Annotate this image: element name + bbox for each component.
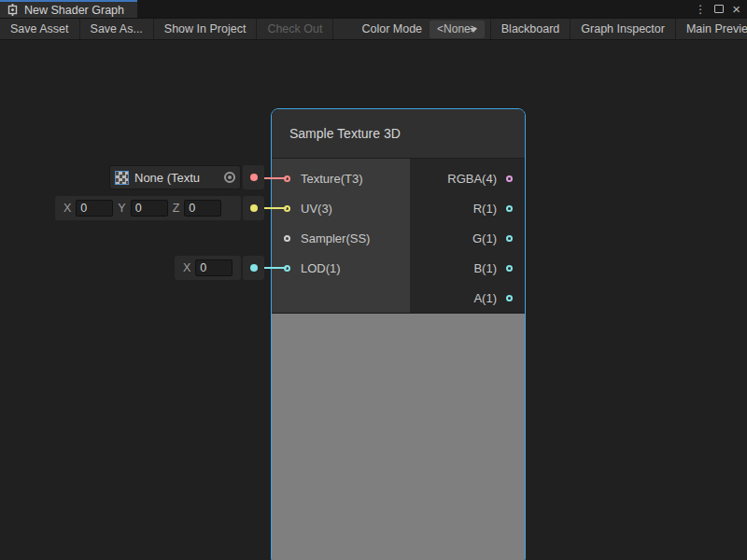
save-as-button[interactable]: Save As... bbox=[80, 19, 154, 39]
output-port-label: R(1) bbox=[473, 202, 497, 216]
lod-field: X bbox=[175, 256, 241, 280]
check-out-button: Check Out bbox=[257, 19, 333, 39]
output-port-r[interactable] bbox=[506, 205, 513, 212]
input-row-lod: LOD(1) bbox=[272, 253, 410, 283]
graph-inspector-toggle-button[interactable]: Graph Inspector bbox=[570, 19, 675, 39]
output-port-label: A(1) bbox=[473, 291, 497, 305]
input-ports-column: Texture(T3) UV(3) Sampler(SS) LOD(1) bbox=[272, 159, 410, 313]
node-title: Sample Texture 3D bbox=[289, 126, 401, 141]
output-port-label: G(1) bbox=[472, 231, 497, 245]
main-preview-toggle-button[interactable]: Main Preview bbox=[675, 19, 747, 39]
x-axis-label: X bbox=[183, 261, 190, 274]
color-mode-label: Color Mode bbox=[333, 19, 430, 39]
texture-checker-icon bbox=[115, 171, 129, 185]
output-port-label: RGBA(4) bbox=[447, 172, 497, 186]
chevron-down-icon bbox=[470, 28, 477, 33]
window-maximize-icon[interactable] bbox=[714, 5, 724, 13]
texture-object-value: None (Textu bbox=[134, 171, 224, 185]
tab-title: New Shader Graph bbox=[24, 4, 124, 17]
node-title-bar[interactable]: Sample Texture 3D bbox=[272, 109, 525, 159]
input-row-uv: UV(3) bbox=[272, 193, 410, 223]
texture-object-field[interactable]: None (Textu bbox=[109, 165, 241, 189]
graph-canvas[interactable]: Sample Texture 3D Texture(T3) UV(3) Samp… bbox=[0, 40, 747, 560]
output-row-g: G(1) bbox=[410, 223, 525, 253]
input-port-label: LOD(1) bbox=[301, 261, 341, 275]
window-menu-icon[interactable]: ⋮ bbox=[695, 3, 706, 16]
uv-y-input[interactable] bbox=[131, 200, 168, 217]
title-bar: New Shader Graph ⋮ × bbox=[0, 0, 747, 18]
window-close-icon[interactable]: × bbox=[732, 2, 740, 16]
output-port-g[interactable] bbox=[506, 235, 513, 242]
texture-connector-dot[interactable] bbox=[250, 174, 258, 181]
output-port-a[interactable] bbox=[506, 295, 513, 301]
save-asset-button[interactable]: Save Asset bbox=[0, 19, 80, 39]
node-port-area: Texture(T3) UV(3) Sampler(SS) LOD(1) bbox=[272, 159, 525, 314]
shader-graph-asset-icon bbox=[7, 4, 19, 16]
lod-x-input[interactable] bbox=[195, 259, 233, 276]
output-port-b[interactable] bbox=[506, 265, 513, 272]
output-row-a: A(1) bbox=[410, 283, 525, 313]
x-axis-label: X bbox=[63, 202, 71, 215]
uv-connector-dot[interactable] bbox=[250, 204, 258, 212]
tab-new-shader-graph[interactable]: New Shader Graph bbox=[0, 0, 137, 18]
shader-graph-window: New Shader Graph ⋮ × Save Asset Save As.… bbox=[0, 0, 747, 560]
input-port-label: Texture(T3) bbox=[301, 172, 362, 186]
input-row-sampler: Sampler(SS) bbox=[272, 223, 410, 253]
z-axis-label: Z bbox=[173, 202, 180, 215]
input-port-label: UV(3) bbox=[301, 202, 332, 216]
node-sample-texture-3d[interactable]: Sample Texture 3D Texture(T3) UV(3) Samp… bbox=[271, 108, 526, 560]
output-row-b: B(1) bbox=[410, 253, 525, 283]
uv-z-input[interactable] bbox=[184, 200, 221, 217]
uv-x-input[interactable] bbox=[76, 200, 113, 217]
node-preview bbox=[272, 314, 525, 560]
y-axis-label: Y bbox=[118, 202, 125, 215]
uv-connector-box bbox=[243, 196, 264, 220]
output-ports-column: RGBA(4) R(1) G(1) B(1) bbox=[410, 159, 525, 313]
object-picker-icon[interactable] bbox=[224, 172, 235, 183]
input-port-sampler[interactable] bbox=[284, 235, 290, 242]
color-mode-dropdown[interactable]: <None> bbox=[430, 21, 485, 38]
output-row-r: R(1) bbox=[410, 193, 525, 223]
input-port-label: Sampler(SS) bbox=[301, 231, 370, 245]
blackboard-toggle-button[interactable]: Blackboard bbox=[490, 19, 571, 39]
window-controls: ⋮ × bbox=[695, 0, 747, 18]
output-row-rgba: RGBA(4) bbox=[410, 163, 525, 193]
output-port-label: B(1) bbox=[473, 261, 497, 275]
toolbar: Save Asset Save As... Show In Project Ch… bbox=[0, 18, 747, 40]
lod-connector-box bbox=[243, 256, 264, 280]
texture-connector-box bbox=[243, 165, 264, 189]
input-row-texture: Texture(T3) bbox=[272, 163, 410, 193]
show-in-project-button[interactable]: Show In Project bbox=[154, 19, 258, 39]
lod-connector-dot[interactable] bbox=[250, 264, 258, 272]
toolbar-right-group: Blackboard Graph Inspector Main Preview bbox=[490, 19, 747, 39]
uv-vector3-field: X Y Z bbox=[55, 196, 241, 220]
output-port-rgba[interactable] bbox=[506, 175, 513, 182]
